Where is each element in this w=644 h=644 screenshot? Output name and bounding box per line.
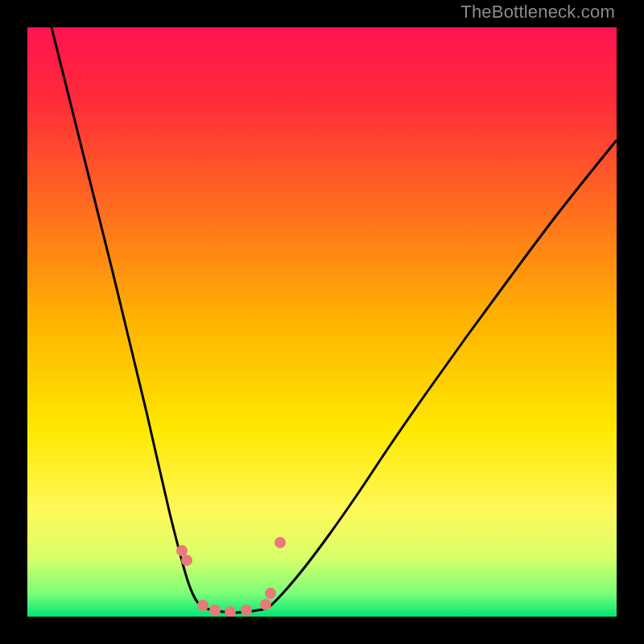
data-marker: [209, 605, 221, 616]
data-marker: [225, 606, 236, 617]
plot-area: [27, 27, 617, 617]
data-marker: [241, 605, 252, 616]
data-marker: [275, 537, 286, 548]
data-marker: [197, 600, 208, 611]
watermark-text: TheBottleneck.com: [460, 2, 615, 23]
data-markers: [176, 537, 286, 617]
data-marker: [260, 599, 271, 610]
chart-frame: TheBottleneck.com: [0, 0, 644, 644]
data-marker: [265, 588, 276, 599]
data-marker: [181, 555, 192, 566]
bottleneck-curve: [52, 27, 617, 613]
curve-layer: [27, 27, 617, 617]
data-marker: [176, 545, 188, 556]
